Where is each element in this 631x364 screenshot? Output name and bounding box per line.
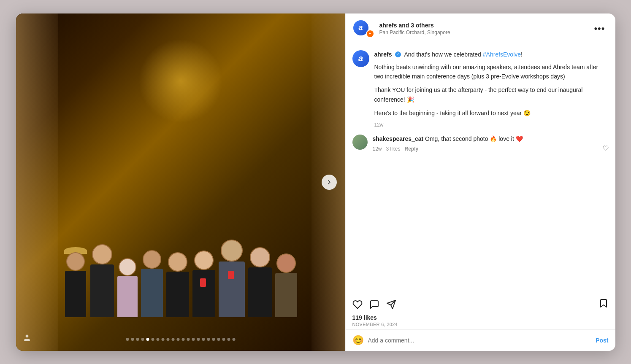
person-7 <box>219 240 245 317</box>
photo-dot-5[interactable] <box>146 338 149 341</box>
photo-dot-8[interactable] <box>161 338 164 341</box>
photo-dot-6[interactable] <box>151 338 154 341</box>
header-account-name[interactable]: ahrefs and 3 others <box>379 22 591 30</box>
photo-dot-15[interactable] <box>197 338 200 341</box>
photo-dot-1[interactable] <box>126 338 129 341</box>
comment-button[interactable] <box>369 299 379 310</box>
emoji-picker-button[interactable]: 😊 <box>352 335 364 346</box>
comment-content: shakespeares_cat Omg, that second photo … <box>373 135 609 152</box>
crowd <box>64 240 297 317</box>
person-2 <box>90 244 114 317</box>
photo-dot-4[interactable] <box>141 338 144 341</box>
person-9 <box>275 253 297 317</box>
photo-panel <box>16 13 345 351</box>
post-body: Nothing beats unwinding with our amazing… <box>374 62 609 118</box>
comment-avatar[interactable] <box>352 135 368 150</box>
actions-bar: 119 likes November 6, 2024 <box>346 293 615 329</box>
more-options-button[interactable]: ••• <box>590 22 608 35</box>
comment-like-button[interactable] <box>603 145 609 152</box>
comment-row: shakespeares_cat Omg, that second photo … <box>352 135 609 152</box>
post-paragraph-3: Here's to the beginning - taking it all … <box>374 108 609 118</box>
app-window: a + ahrefs and 3 others Pan Pacific Orch… <box>16 13 615 351</box>
comment-input-row: 😊 Post <box>346 329 615 351</box>
post-caption: And that's how we celebrated #AhrefsEvol… <box>404 51 523 58</box>
photo-dot-12[interactable] <box>181 338 184 341</box>
post-text-block: ahrefs And that's how we celebrated #Ahr… <box>374 50 609 128</box>
comment-username[interactable]: shakespeares_cat <box>373 135 424 142</box>
photo-dot-10[interactable] <box>171 338 174 341</box>
reply-button[interactable]: Reply <box>405 146 419 152</box>
photo-dot-9[interactable] <box>166 338 169 341</box>
photo-dot-19[interactable] <box>217 338 220 341</box>
action-icons-row <box>352 298 609 311</box>
comment-text: shakespeares_cat Omg, that second photo … <box>373 135 609 143</box>
photo-dot-16[interactable] <box>202 338 205 341</box>
avatar-badge: + <box>366 30 374 38</box>
photo-dot-14[interactable] <box>192 338 195 341</box>
person-6 <box>192 251 215 317</box>
comment-input[interactable] <box>368 337 592 344</box>
photo-scene <box>16 13 345 351</box>
ahrefs-logo: a <box>358 23 363 32</box>
photo-dots-indicator <box>126 338 235 341</box>
photo-dot-22[interactable] <box>232 338 235 341</box>
post-timestamp: 12w <box>374 122 609 128</box>
comment-likes-count: 3 likes <box>386 146 401 152</box>
post-paragraph-1: Nothing beats unwinding with our amazing… <box>374 62 609 81</box>
post-panel: a + ahrefs and 3 others Pan Pacific Orch… <box>345 13 615 351</box>
person-4 <box>141 250 163 317</box>
person-3 <box>117 258 138 317</box>
photo-dot-18[interactable] <box>212 338 215 341</box>
header-avatar-stack: a + <box>352 19 374 38</box>
comment-meta: 12w 3 likes Reply <box>373 145 609 152</box>
photo-dot-2[interactable] <box>131 338 134 341</box>
photo-dot-21[interactable] <box>227 338 230 341</box>
bookmark-button[interactable] <box>599 298 609 311</box>
post-content-area: a ahrefs And that's how we celebrated #A… <box>346 44 615 293</box>
post-paragraph-2: Thank YOU for joining us at the afterpar… <box>374 85 609 104</box>
photo-dot-3[interactable] <box>136 338 139 341</box>
person-8 <box>248 247 272 317</box>
photo-dot-7[interactable] <box>156 338 159 341</box>
likes-count: 119 likes <box>352 314 609 321</box>
next-photo-button[interactable] <box>322 175 337 190</box>
comment-avatar-image <box>352 135 368 150</box>
header-info: ahrefs and 3 others Pan Pacific Orchard,… <box>379 22 591 36</box>
like-button[interactable] <box>352 299 363 310</box>
post-header: a + ahrefs and 3 others Pan Pacific Orch… <box>346 13 615 44</box>
author-logo: a <box>358 54 363 63</box>
light-blob <box>138 39 223 123</box>
photo-dot-13[interactable] <box>187 338 190 341</box>
verified-badge <box>395 51 401 57</box>
person-5 <box>166 252 189 317</box>
post-comment-button[interactable]: Post <box>596 337 608 344</box>
photo-dot-17[interactable] <box>207 338 210 341</box>
user-tag-icon[interactable] <box>23 334 31 344</box>
photo-dot-11[interactable] <box>176 338 179 341</box>
person-1 <box>64 247 87 317</box>
hashtag-link[interactable]: #AhrefsEvolve <box>483 51 521 58</box>
curtain-left <box>16 13 58 351</box>
photo-dot-20[interactable] <box>222 338 225 341</box>
share-button[interactable] <box>386 299 396 310</box>
header-location: Pan Pacific Orchard, Singapore <box>379 30 591 35</box>
comment-timestamp: 12w <box>373 146 382 152</box>
post-author-row: a ahrefs And that's how we celebrated #A… <box>352 50 609 128</box>
author-avatar[interactable]: a <box>352 50 369 67</box>
post-author-name[interactable]: ahrefs <box>374 51 392 58</box>
post-date: November 6, 2024 <box>352 322 609 327</box>
